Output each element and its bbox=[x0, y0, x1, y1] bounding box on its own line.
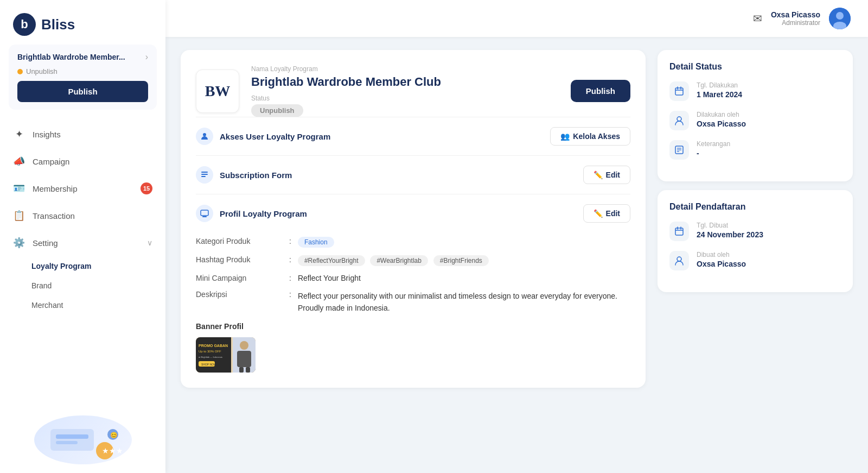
detail-status-row-0: Tgl. Dilakukan 1 Maret 2024 bbox=[669, 81, 841, 101]
sidebar-item-campaign[interactable]: 📣 Campaign bbox=[0, 148, 165, 175]
calendar-icon-1 bbox=[669, 81, 689, 101]
svg-rect-25 bbox=[237, 351, 251, 367]
subscription-edit-label: Edit bbox=[606, 171, 620, 179]
sidebar-item-brand[interactable]: Brand bbox=[0, 276, 165, 295]
svg-rect-12 bbox=[201, 174, 208, 175]
profil-row-deskripsi: Deskripsi : Reflect your personality wit… bbox=[196, 290, 630, 314]
detail-pendaftaran-label-0: Tgl. Dibuat bbox=[697, 222, 763, 229]
detail-pendaftaran-label-1: Dibuat oleh bbox=[697, 251, 746, 258]
right-panel: Detail Status Tgl. Dilakukan 1 Maret 202… bbox=[658, 50, 853, 460]
sidebar-card-status-text: Unpublish bbox=[26, 67, 58, 75]
sidebar-item-loyalty-program[interactable]: Loyalty Program bbox=[0, 256, 165, 276]
sidebar: b Bliss Brightlab Wardrobe Member... › U… bbox=[0, 0, 165, 473]
status-dot-icon bbox=[17, 69, 23, 74]
detail-pendaftaran-card: Detail Pendaftaran Tgl. Dibuat 24 Novemb… bbox=[658, 190, 853, 292]
mail-icon[interactable]: ✉ bbox=[753, 12, 762, 25]
detail-pendaftaran-row-1: Dibuat oleh Oxsa Picasso bbox=[669, 251, 841, 270]
sidebar-item-membership[interactable]: 🪪 Membership 15 bbox=[0, 175, 165, 202]
detail-pendaftaran-info-1: Dibuat oleh Oxsa Picasso bbox=[697, 251, 746, 268]
lp-status-label: Status bbox=[251, 94, 559, 102]
detail-status-info-0: Tgl. Dilakukan 1 Maret 2024 bbox=[697, 81, 742, 99]
profil-val-minicampaign: Reflect Your Bright bbox=[298, 274, 630, 282]
svg-text:Up to 30% OFF: Up to 30% OFF bbox=[199, 350, 221, 353]
sidebar-item-label: Insights bbox=[33, 130, 61, 139]
detail-status-value-2: - bbox=[697, 149, 730, 157]
tag-hashtag-2: #WearBrightlab bbox=[370, 255, 428, 266]
tag-fashion: Fashion bbox=[298, 237, 334, 248]
svg-text:at Brightlab — Indonesia: at Brightlab — Indonesia bbox=[199, 356, 223, 358]
sidebar-item-label: Transaction bbox=[33, 211, 75, 220]
profil-key-minicampaign: Mini Campaign bbox=[196, 274, 283, 282]
akses-user-left: Akses User Loyalty Program bbox=[196, 128, 330, 145]
detail-status-row-2: Keterangan - bbox=[669, 140, 841, 160]
detail-status-card: Detail Status Tgl. Dilakukan 1 Maret 202… bbox=[658, 50, 853, 181]
keterangan-icon bbox=[669, 140, 689, 160]
kelola-akses-label: Kelola Akses bbox=[573, 132, 620, 141]
profil-val-kategori: Fashion bbox=[298, 237, 630, 248]
topbar-user-info: Oxsa Picasso Administrator bbox=[771, 10, 820, 27]
detail-status-row-1: Dilakukan oleh Oxsa Picasso bbox=[669, 111, 841, 130]
banner-images: PROMO GABAN Up to 30% OFF at Brightlab —… bbox=[196, 337, 630, 373]
profil-left: Profil Loyalty Program bbox=[196, 205, 307, 222]
sidebar-publish-button[interactable]: Publish bbox=[17, 81, 148, 102]
profil-row-kategori: Kategori Produk : Fashion bbox=[196, 237, 630, 248]
logo-icon: b bbox=[13, 13, 36, 36]
loyalty-program-header-card: BW Nama Loyalty Program Brightlab Wardro… bbox=[181, 50, 646, 388]
user-icon-1 bbox=[669, 111, 689, 130]
lp-publish-button[interactable]: Publish bbox=[571, 80, 630, 102]
svg-text:SHOP NOW: SHOP NOW bbox=[201, 363, 216, 366]
svg-rect-14 bbox=[201, 210, 208, 216]
lp-name: Brightlab Wardrobe Member Club bbox=[251, 75, 559, 89]
lp-header: BW Nama Loyalty Program Brightlab Wardro… bbox=[196, 65, 630, 117]
svg-point-24 bbox=[240, 341, 248, 350]
detail-status-label-2: Keterangan bbox=[697, 140, 730, 148]
akses-user-section: Akses User Loyalty Program 👥 Kelola Akse… bbox=[196, 117, 630, 155]
subscription-form-icon bbox=[196, 166, 213, 184]
subscription-form-left: Subscription Form bbox=[196, 166, 292, 184]
sidebar-item-label: Campaign bbox=[33, 157, 69, 166]
svg-point-41 bbox=[677, 257, 681, 261]
sidebar-nav: ✦ Insights 📣 Campaign 🪪 Membership 15 📋 … bbox=[0, 118, 165, 407]
svg-text:★★★: ★★★ bbox=[102, 446, 123, 455]
detail-pendaftaran-title: Detail Pendaftaran bbox=[669, 202, 841, 212]
profil-edit-button[interactable]: ✏️ Edit bbox=[583, 204, 630, 223]
profil-colon-2: : bbox=[289, 255, 291, 264]
svg-rect-27 bbox=[246, 367, 250, 373]
svg-text:😊: 😊 bbox=[110, 431, 118, 439]
svg-rect-26 bbox=[239, 367, 244, 373]
membership-icon: 🪪 bbox=[13, 182, 25, 194]
svg-rect-15 bbox=[202, 216, 207, 217]
detail-pendaftaran-info-0: Tgl. Dibuat 24 November 2023 bbox=[697, 222, 763, 239]
sidebar-item-merchant[interactable]: Merchant bbox=[0, 295, 165, 315]
profil-key-deskripsi: Deskripsi bbox=[196, 290, 283, 299]
detail-status-title: Detail Status bbox=[669, 62, 841, 72]
center-panel: BW Nama Loyalty Program Brightlab Wardro… bbox=[181, 50, 646, 460]
lp-logo: BW bbox=[196, 70, 239, 113]
topbar-avatar[interactable] bbox=[829, 8, 851, 29]
content: BW Nama Loyalty Program Brightlab Wardro… bbox=[165, 37, 868, 473]
kelola-akses-button[interactable]: 👥 Kelola Akses bbox=[550, 127, 630, 146]
setting-icon: ⚙️ bbox=[13, 237, 25, 249]
sidebar-item-label: Membership bbox=[33, 184, 78, 193]
banner-img-1: PROMO GABAN Up to 30% OFF at Brightlab —… bbox=[196, 337, 256, 373]
sidebar-item-transaction[interactable]: 📋 Transaction bbox=[0, 202, 165, 229]
svg-rect-2 bbox=[56, 441, 78, 444]
subscription-edit-button[interactable]: ✏️ Edit bbox=[583, 166, 630, 184]
detail-pendaftaran-value-1: Oxsa Picasso bbox=[697, 260, 746, 268]
subscription-form-section: Subscription Form ✏️ Edit bbox=[196, 155, 630, 194]
detail-status-info-1: Dilakukan oleh Oxsa Picasso bbox=[697, 111, 746, 128]
main: ✉ Oxsa Picasso Administrator BW Nama Loy… bbox=[165, 0, 868, 473]
profil-val-hashtag: #ReflectYourBright #WearBrightlab #Brigh… bbox=[298, 255, 630, 266]
sidebar-item-setting[interactable]: ⚙️ Setting ∨ bbox=[0, 229, 165, 256]
profil-colon: : bbox=[289, 237, 291, 245]
detail-status-label-1: Dilakukan oleh bbox=[697, 111, 746, 118]
svg-rect-11 bbox=[201, 172, 208, 173]
detail-status-label-0: Tgl. Dilakukan bbox=[697, 81, 742, 89]
akses-user-icon bbox=[196, 128, 213, 145]
svg-rect-1 bbox=[56, 434, 88, 439]
profil-val-deskripsi: Reflect your personality with our minima… bbox=[298, 290, 630, 314]
campaign-icon: 📣 bbox=[13, 155, 25, 167]
profil-key-kategori: Kategori Produk bbox=[196, 237, 283, 245]
insights-icon: ✦ bbox=[13, 128, 25, 140]
sidebar-item-insights[interactable]: ✦ Insights bbox=[0, 121, 165, 148]
